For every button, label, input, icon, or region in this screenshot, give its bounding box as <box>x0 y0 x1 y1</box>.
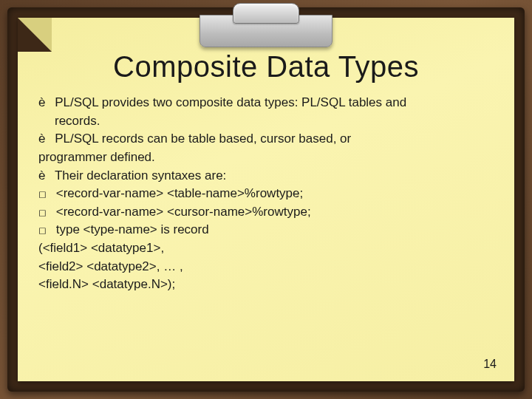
text: <record-var-name> <table-name>%rowtype; <box>56 186 304 200</box>
bullet-item: <record-var-name> <table-name>%rowtype; <box>38 185 494 203</box>
wood-frame: Composite Data Types PL/SQL provides two… <box>7 7 525 392</box>
bullet-item: <record-var-name> <cursor-name>%rowtype; <box>38 203 494 222</box>
text: PL/SQL provides two composite data types… <box>55 95 406 109</box>
page-number: 14 <box>483 358 497 371</box>
slide-content: Composite Data Types PL/SQL provides two… <box>38 50 494 366</box>
text-line: <field2> <datatype2>, … , <box>38 258 494 276</box>
binder-clip-icon <box>200 7 332 52</box>
bullet-item: PL/SQL provides two composite data types… <box>38 94 494 130</box>
text: <record-var-name> <cursor-name>%rowtype; <box>56 205 311 219</box>
sticky-note: Composite Data Types PL/SQL provides two… <box>18 18 514 381</box>
text: PL/SQL records can be table based, curso… <box>55 132 351 146</box>
text-line: (<field1> <datatype1>, <box>38 239 494 258</box>
slide-body: PL/SQL provides two composite data types… <box>38 94 494 294</box>
bullet-item: Their declaration syntaxes are: <box>38 167 494 185</box>
bullet-item: type <type-name> is record <box>38 221 494 239</box>
text: type <type-name> is record <box>56 222 209 236</box>
slide-title: Composite Data Types <box>38 50 494 83</box>
bullet-item: PL/SQL records can be table based, curso… <box>38 130 494 149</box>
text: records. <box>38 112 494 131</box>
text: Their declaration syntaxes are: <box>55 168 226 183</box>
page-fold-corner <box>18 18 52 52</box>
text-line: <field.N> <datatype.N>); <box>38 276 494 294</box>
text-line: programmer defined. <box>38 149 494 167</box>
